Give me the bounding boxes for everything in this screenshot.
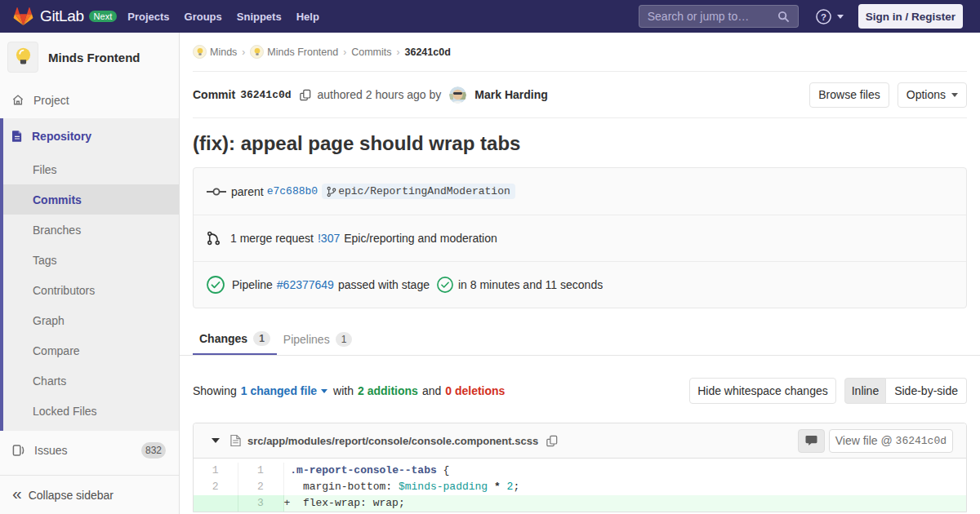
- svg-text:?: ?: [821, 11, 826, 21]
